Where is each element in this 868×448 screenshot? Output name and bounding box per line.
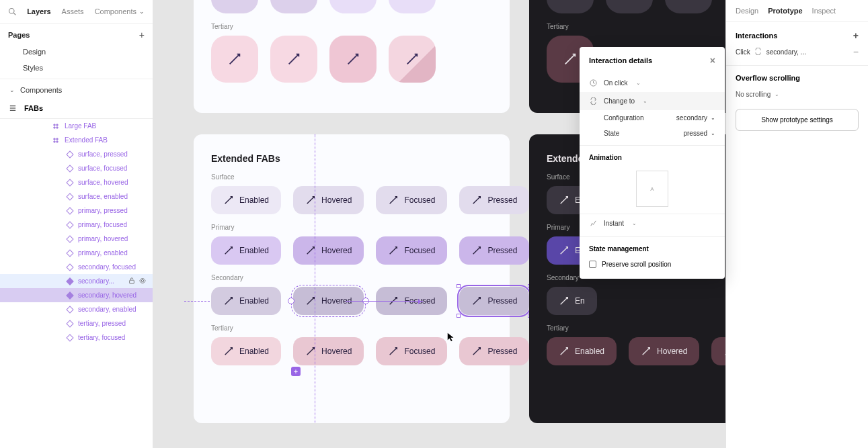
ext-fab[interactable]: Pressed: [459, 236, 529, 265]
layer-item[interactable]: tertiary, focused: [0, 330, 153, 345]
instant-icon: [589, 220, 597, 227]
ext-fab[interactable]: Hovered: [293, 186, 364, 214]
layer-item[interactable]: tertiary, pressed: [0, 316, 153, 330]
config-row[interactable]: Configuration secondary⌄: [580, 110, 725, 126]
layer-item[interactable]: surface, pressed: [0, 147, 153, 161]
frame-extended-fabs-light[interactable]: Extended FABs Surface Enabled Hovered Fo…: [194, 134, 510, 423]
layer-item-hovered[interactable]: secondary, hovered: [0, 288, 153, 302]
tab-assets[interactable]: Assets: [62, 7, 84, 15]
page-design[interactable]: Design: [0, 44, 153, 60]
trigger-select[interactable]: On click⌄: [580, 74, 725, 92]
layer-item[interactable]: surface, enabled: [0, 189, 153, 204]
state-row[interactable]: State pressed⌄: [580, 126, 725, 141]
unlock-icon[interactable]: [128, 277, 135, 285]
search-icon[interactable]: [8, 7, 16, 16]
layer-extended-fab[interactable]: Extended FAB: [0, 133, 153, 147]
layer-item[interactable]: surface, hovered: [0, 175, 153, 189]
tab-design[interactable]: Design: [736, 7, 758, 15]
row-label: Tertiary: [547, 23, 725, 30]
pages-section: Pages +: [0, 24, 153, 44]
eye-icon[interactable]: [139, 277, 146, 285]
swap-icon: [754, 48, 762, 56]
fab[interactable]: [329, 0, 377, 13]
page-components[interactable]: ⌄ Components: [0, 79, 153, 98]
fab[interactable]: [389, 36, 436, 83]
layer-item[interactable]: primary, enabled: [0, 246, 153, 260]
left-panel: Layers Assets Components ⌄ Pages + Desig…: [0, 0, 153, 448]
fab[interactable]: [270, 36, 317, 83]
fab[interactable]: [211, 0, 258, 13]
ext-fab-pressed-target[interactable]: Pressed: [459, 287, 529, 315]
interaction-trigger: Click: [736, 48, 750, 56]
layer-item[interactable]: secondary, focused: [0, 260, 153, 274]
tab-layers[interactable]: Layers: [27, 7, 50, 15]
fab[interactable]: [389, 0, 436, 13]
ext-fab[interactable]: Focused: [376, 186, 447, 214]
svg-rect-11: [53, 140, 56, 142]
overflow-select[interactable]: No scrolling⌄: [736, 91, 779, 98]
right-panel: Design Prototype Inspect Interactions + …: [725, 0, 868, 448]
add-page-icon[interactable]: +: [139, 30, 145, 40]
action-select[interactable]: Change to⌄: [580, 92, 725, 110]
remove-interaction-icon[interactable]: −: [853, 46, 859, 57]
fabs-section[interactable]: FABs: [0, 98, 153, 119]
layer-item-selected[interactable]: secondary...: [0, 274, 153, 288]
variant-icon: [66, 193, 73, 200]
ext-fab[interactable]: En: [547, 287, 597, 315]
add-interaction-badge[interactable]: +: [291, 367, 301, 376]
ext-fab[interactable]: Hovered: [293, 337, 364, 365]
interaction-row[interactable]: Click secondary, ... −: [736, 41, 859, 57]
checkbox-icon[interactable]: [589, 261, 596, 268]
ext-fab[interactable]: Hovered: [293, 236, 364, 265]
swap-icon: [589, 97, 597, 105]
animation-preview[interactable]: A: [636, 171, 668, 207]
ext-fab[interactable]: Pressed: [459, 337, 529, 365]
variant-icon: [66, 249, 73, 257]
fab[interactable]: [329, 36, 377, 83]
ext-fab[interactable]: Enabled: [211, 236, 281, 265]
ext-fab[interactable]: Enabled: [547, 337, 617, 365]
ext-fab[interactable]: Focused: [376, 236, 447, 265]
easing-select[interactable]: Instant⌄: [580, 214, 725, 232]
resize-handle[interactable]: [457, 284, 461, 288]
prototype-node-icon[interactable]: [288, 298, 294, 304]
tab-inspect[interactable]: Inspect: [812, 7, 836, 15]
svg-rect-10: [56, 137, 58, 140]
layer-item[interactable]: secondary, enabled: [0, 302, 153, 316]
list-icon: [8, 103, 17, 113]
fab[interactable]: [606, 0, 653, 13]
ext-fab-enabled[interactable]: Enabled: [211, 287, 281, 315]
components-dropdown[interactable]: Components ⌄: [95, 7, 145, 15]
fab[interactable]: [270, 0, 317, 13]
page-styles[interactable]: Styles: [0, 60, 153, 76]
ext-fab[interactable]: Enabled: [211, 337, 281, 365]
ext-fab[interactable]: Hovered: [629, 337, 699, 365]
fab[interactable]: [547, 0, 594, 13]
ext-fab[interactable]: Fo: [711, 337, 725, 365]
fab[interactable]: [211, 36, 258, 83]
resize-handle[interactable]: [457, 314, 461, 318]
ext-fab[interactable]: Focused: [376, 337, 447, 365]
close-icon[interactable]: ×: [710, 55, 715, 66]
layer-item[interactable]: surface, focused: [0, 161, 153, 175]
layer-item[interactable]: primary, pressed: [0, 204, 153, 218]
frame-light-fabs[interactable]: Tertiary: [194, 0, 510, 113]
preserve-scroll-checkbox[interactable]: Preserve scroll position: [580, 257, 725, 272]
show-prototype-settings-button[interactable]: Show prototype settings: [736, 109, 859, 131]
layer-large-fab[interactable]: Large FAB: [0, 119, 153, 133]
pages-title: Pages: [8, 31, 30, 39]
ext-fab[interactable]: Enabled: [211, 186, 281, 214]
ext-fab[interactable]: Pressed: [459, 186, 529, 214]
overflow-title: Overflow scrolling: [736, 74, 859, 82]
component-icon: [52, 137, 59, 144]
variant-icon: [66, 277, 73, 285]
layer-list[interactable]: Large FAB Extended FAB surface, pressed …: [0, 119, 153, 448]
chevron-down-icon: ⌄: [636, 80, 641, 86]
layer-item[interactable]: primary, hovered: [0, 232, 153, 246]
chevron-down-icon: ⌄: [632, 220, 637, 226]
tab-prototype[interactable]: Prototype: [768, 7, 802, 15]
fab[interactable]: [665, 0, 712, 13]
layer-item[interactable]: primary, focused: [0, 218, 153, 232]
prototype-arrow[interactable]: [346, 301, 423, 302]
add-interaction-icon[interactable]: +: [853, 30, 859, 41]
